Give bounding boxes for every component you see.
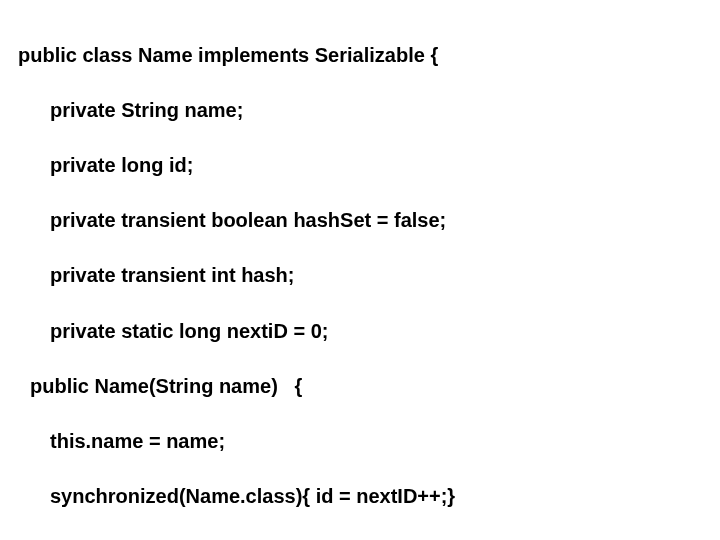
- code-line: private String name;: [10, 97, 710, 125]
- code-line: private long id;: [10, 152, 710, 180]
- code-line: private transient int hash;: [10, 262, 710, 290]
- code-line: public Name(String name) {: [10, 373, 710, 401]
- code-line: private static long nextiD = 0;: [10, 318, 710, 346]
- code-line: this.name = name;: [10, 428, 710, 456]
- code-block: public class Name implements Serializabl…: [10, 14, 710, 540]
- code-line: synchronized(Name.class){ id = nextID++;…: [10, 483, 710, 511]
- code-line: private transient boolean hashSet = fals…: [10, 207, 710, 235]
- code-line: public class Name implements Serializabl…: [10, 42, 710, 70]
